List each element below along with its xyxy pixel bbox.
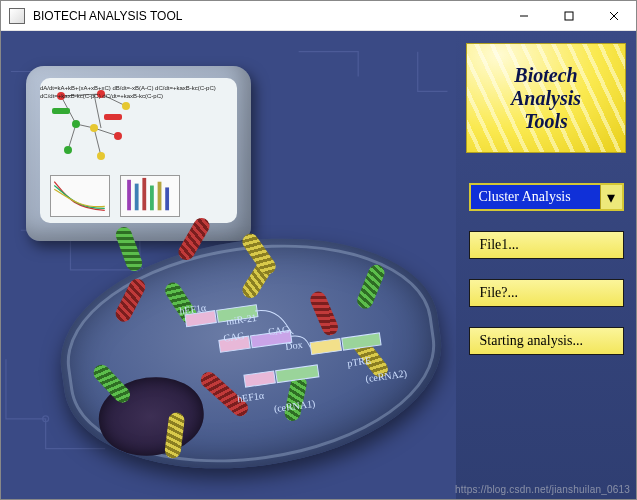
file2-button[interactable]: File?... [469,279,624,307]
analysis-type-dropdown[interactable]: Cluster Analysis ▾ [469,183,624,211]
equations-text: dA/dt=kA+kB+(xA+xB+xC) dB/dt=-xB(A-C) dC… [40,84,229,100]
logo-text: Biotech Analysis Tools [511,64,581,133]
svg-rect-29 [52,108,70,114]
svg-rect-32 [135,184,139,211]
svg-point-23 [122,102,130,110]
file1-button[interactable]: File1... [469,231,624,259]
svg-point-25 [90,124,98,132]
svg-rect-42 [342,333,381,350]
file2-label: File?... [480,285,519,301]
svg-point-24 [72,120,80,128]
svg-rect-31 [127,180,131,210]
svg-line-20 [94,128,101,156]
svg-point-28 [97,152,105,160]
chevron-down-icon: ▾ [600,185,622,209]
mini-chart-2 [120,175,180,217]
dropdown-selected-text: Cluster Analysis [471,189,600,205]
label-hef1a-bot: hEF1α [236,390,264,405]
file1-label: File1... [480,237,519,253]
svg-rect-33 [142,178,146,210]
content-area: dA/dt=kA+kB+(xA+xB+xC) dB/dt=-xB(A-C) dC… [1,31,636,499]
svg-rect-30 [104,114,122,120]
monitor-screen: dA/dt=kA+kB+(xA+xB+xC) dB/dt=-xB(A-C) dC… [40,78,237,223]
minimize-icon [519,11,529,21]
app-icon [9,8,25,24]
svg-rect-1 [565,12,573,20]
mini-chart-1 [50,175,110,217]
svg-rect-44 [276,365,319,383]
window-title: BIOTECH ANALYSIS TOOL [33,9,501,23]
svg-point-26 [114,132,122,140]
svg-rect-43 [244,371,275,387]
minimize-button[interactable] [501,1,546,30]
window-controls [501,1,636,30]
app-window: BIOTECH ANALYSIS TOOL [0,0,637,500]
illustration-canvas: dA/dt=kA+kB+(xA+xB+xC) dB/dt=-xB(A-C) dC… [1,31,456,499]
svg-rect-35 [158,182,162,211]
close-icon [609,11,619,21]
maximize-icon [564,11,574,21]
svg-point-27 [64,146,72,154]
svg-rect-34 [150,186,154,211]
svg-line-19 [68,124,76,150]
maximize-button[interactable] [546,1,591,30]
close-button[interactable] [591,1,636,30]
svg-rect-36 [165,187,169,210]
monitor-illustration: dA/dt=kA+kB+(xA+xB+xC) dB/dt=-xB(A-C) dC… [26,66,251,241]
titlebar: BIOTECH ANALYSIS TOOL [1,1,636,31]
start-analysis-button[interactable]: Starting analysis... [469,327,624,355]
start-analysis-label: Starting analysis... [480,333,583,349]
svg-rect-41 [310,338,341,354]
watermark-text: https://blog.csdn.net/jianshuilan_0613 [455,484,630,495]
side-panel: Biotech Analysis Tools Cluster Analysis … [456,31,636,499]
logo-panel: Biotech Analysis Tools [466,43,626,153]
